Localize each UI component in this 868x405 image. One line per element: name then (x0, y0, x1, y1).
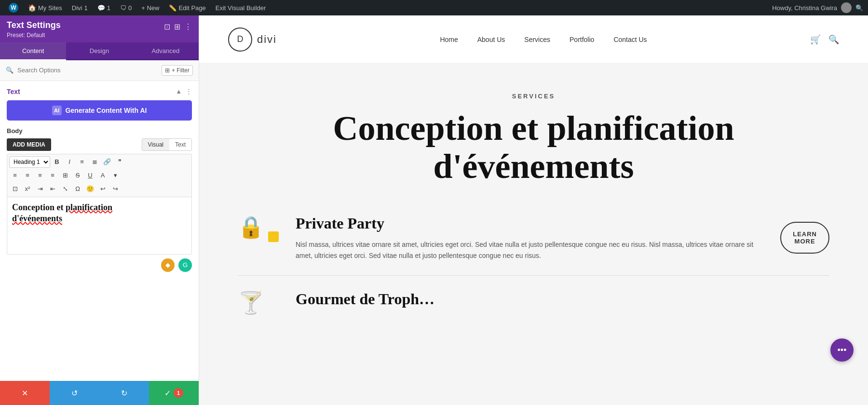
section-icons: ▲ ⋮ (176, 88, 192, 95)
admin-bar-right: Howdy, Christina Gwira 🔍 (772, 2, 863, 13)
divi-item[interactable]: Divi 1 (68, 0, 92, 15)
table-button[interactable]: ⊞ (59, 170, 71, 181)
logo-char: D (237, 34, 244, 44)
bold-button[interactable]: B (51, 156, 63, 168)
editor-text-events: d'événements (12, 214, 62, 223)
services-title: Conception et planification d'événements (238, 109, 829, 186)
services-label: SERVICES (238, 93, 829, 100)
section-collapse-icon[interactable]: ▲ (176, 88, 182, 95)
unordered-list-button[interactable]: ≡ (76, 156, 88, 168)
nav-home[interactable]: Home (440, 36, 458, 43)
divi-label: Divi (72, 4, 82, 12)
nav-services[interactable]: Services (524, 36, 550, 43)
save-button[interactable]: ✓ 1 (149, 381, 199, 405)
my-sites-item[interactable]: 🏠 My Sites (24, 0, 66, 15)
floating-dots-button[interactable]: ••• (830, 338, 854, 362)
tab-content[interactable]: Content (0, 42, 66, 60)
emoji-button[interactable]: 🙂 (84, 183, 96, 195)
filter-button[interactable]: ⊞ + Filter (162, 65, 193, 76)
speech-icon: 🗨 (120, 4, 126, 12)
undo-editor-button[interactable]: ↩ (97, 183, 108, 195)
service-item-partial: 🍸 Gourmet de Troph… (238, 290, 829, 315)
sidebar: Text Settings Preset: Default ⊡ ⊞ ⋮ Cont… (0, 15, 199, 405)
editor-format-bar-row1: Heading 1 B I ≡ ≣ 🔗 ❞ ≡ ≡ ≡ ≡ ⊞ S U (7, 154, 192, 197)
learn-more-button[interactable]: LEARNMORE (780, 222, 829, 254)
redo-editor-button[interactable]: ↪ (109, 183, 121, 195)
comments-item[interactable]: 💬 1 (94, 0, 114, 15)
sidebar-expand-icon[interactable]: ⊞ (174, 22, 180, 31)
dots-icon: ••• (838, 345, 847, 355)
sidebar-preset: Preset: Default (7, 32, 61, 39)
tab-advanced[interactable]: Advanced (133, 42, 199, 60)
link-button[interactable]: 🔗 (101, 156, 113, 168)
sidebar-header-text: Text Settings Preset: Default (7, 20, 61, 39)
icon-badge (268, 231, 279, 242)
sidebar-more-icon[interactable]: ⋮ (184, 22, 192, 31)
howdy-label: Howdy, Christina Gwira (772, 4, 837, 12)
nav-search-icon[interactable]: 🔍 (828, 34, 839, 45)
cancel-button[interactable]: ✕ (0, 381, 50, 405)
tab-design[interactable]: Design (66, 42, 132, 60)
comments-count: 1 (107, 4, 110, 12)
text-view-button[interactable]: Text (169, 139, 191, 150)
align-justify-button[interactable]: ≡ (47, 170, 58, 181)
bottom-action-bar: ✕ ↺ ↻ ✓ 1 (0, 381, 199, 405)
editor-text-highlighted: planification (66, 202, 112, 212)
fullscreen-button[interactable]: ⤡ (59, 183, 71, 195)
ai-button-label: Generate Content With AI (66, 107, 147, 114)
editor-text-area[interactable]: Conception et planification d'événements (7, 197, 192, 255)
redo-button[interactable]: ↻ (99, 381, 149, 405)
text-section-header: Text ▲ ⋮ (7, 88, 192, 95)
save-badge: 1 (174, 388, 183, 398)
sidebar-title: Text Settings (7, 20, 61, 31)
exit-builder-item[interactable]: Exit Visual Builder (212, 0, 270, 15)
admin-bar: W 🏠 My Sites Divi 1 💬 1 🗨 0 + New ✏️ Edi… (0, 0, 868, 15)
search-options-input[interactable] (17, 67, 158, 74)
sidebar-content: Text ▲ ⋮ AI Generate Content With AI Bod… (0, 81, 199, 381)
underline-button[interactable]: U (84, 170, 96, 181)
cart-icon[interactable]: 🛒 (810, 34, 821, 45)
text-color-button[interactable]: A (97, 170, 108, 181)
gem-icon[interactable]: ◆ (161, 258, 175, 272)
filter-label: + Filter (172, 67, 190, 74)
logo-circle: D (228, 27, 252, 52)
quote-button[interactable]: ❞ (114, 156, 125, 168)
body-label: Body (7, 127, 192, 135)
ai-generate-button[interactable]: AI Generate Content With AI (7, 100, 192, 121)
align-center-button[interactable]: ≡ (22, 170, 33, 181)
search-icon[interactable]: 🔍 (855, 4, 863, 12)
new-item[interactable]: + New (137, 0, 163, 15)
edit-page-item[interactable]: ✏️ Edit Page (165, 0, 209, 15)
align-right-button[interactable]: ≡ (34, 170, 46, 181)
grammarly-icon[interactable]: G (178, 258, 192, 272)
outdent-button[interactable]: ⇤ (47, 183, 58, 195)
ordered-list-button[interactable]: ≣ (89, 156, 100, 168)
paste-button[interactable]: ⊡ (9, 183, 21, 195)
nav-portfolio[interactable]: Portfolio (570, 36, 594, 43)
speech-item[interactable]: 🗨 0 (116, 0, 136, 15)
add-media-button[interactable]: ADD MEDIA (7, 138, 51, 151)
superscript-button[interactable]: x² (22, 183, 33, 195)
format-row-2: ≡ ≡ ≡ ≡ ⊞ S U A ▾ (9, 170, 190, 181)
nav-about[interactable]: About Us (477, 36, 505, 43)
wp-logo-item[interactable]: W (5, 0, 22, 15)
undo-button[interactable]: ↺ (50, 381, 99, 405)
section-menu-icon[interactable]: ⋮ (186, 88, 192, 95)
site-nav: Home About Us Services Portfolio Contact… (440, 36, 647, 43)
new-label: + New (141, 4, 159, 12)
special-char-button[interactable]: Ω (72, 183, 83, 195)
services-section: SERVICES Conception et planification d'é… (199, 64, 868, 405)
nav-contact[interactable]: Contact Us (613, 36, 647, 43)
sidebar-header-icons: ⊡ ⊞ ⋮ (164, 22, 192, 31)
strikethrough-button[interactable]: S (72, 170, 83, 181)
visual-view-button[interactable]: Visual (142, 139, 169, 150)
indent-button[interactable]: ⇥ (34, 183, 46, 195)
color-arrow-button[interactable]: ▾ (109, 170, 121, 181)
drink-icon: 🍸 (238, 290, 276, 315)
editor-preview-text: Conception et planification d'événements (12, 202, 187, 225)
heading-select[interactable]: Heading 1 (9, 156, 50, 168)
house-icon: 🏠 (28, 4, 36, 12)
italic-button[interactable]: I (64, 156, 75, 168)
align-left-button[interactable]: ≡ (9, 170, 21, 181)
sidebar-pin-icon[interactable]: ⊡ (164, 22, 170, 31)
